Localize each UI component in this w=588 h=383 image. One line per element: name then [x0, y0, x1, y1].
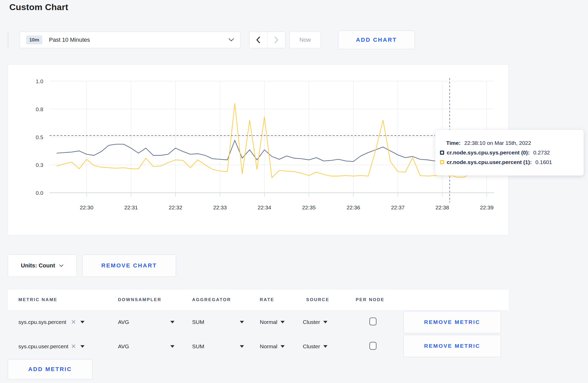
metric-name-value: sys.cpu.user.percent: [18, 343, 68, 350]
column-header-per-node: PER NODE: [356, 297, 384, 302]
per-node-checkbox[interactable]: [369, 342, 376, 350]
time-range-selector[interactable]: 10m Past 10 Minutes: [20, 32, 241, 48]
rate-select[interactable]: Normal: [260, 319, 285, 325]
caret-down-icon[interactable]: [170, 345, 174, 348]
table-row: sys.cpu.sys.percent ✕ AVG SUM Normal Clu…: [8, 310, 509, 334]
caret-down-icon[interactable]: [80, 321, 85, 323]
tooltip-user-label: cr.node.sys.cpu.user.percent (1):: [447, 159, 532, 165]
svg-text:0.0: 0.0: [36, 190, 43, 196]
rate-select[interactable]: Normal: [260, 343, 285, 350]
metrics-table-header: METRIC NAME DOWNSAMPLER AGGREGATOR RATE …: [8, 290, 509, 310]
units-select[interactable]: Units: Count: [8, 254, 77, 277]
caret-down-icon[interactable]: [80, 345, 85, 348]
aggregator-select[interactable]: SUM: [192, 319, 244, 325]
chart-tooltip: Time: 22:38:10 on Mar 15th, 2022 cr.node…: [435, 130, 584, 176]
remove-chart-button[interactable]: REMOVE CHART: [82, 254, 176, 277]
svg-text:22:39: 22:39: [480, 204, 494, 210]
caret-down-icon[interactable]: [240, 321, 244, 323]
caret-down-icon[interactable]: [240, 345, 244, 348]
remove-metric-button[interactable]: REMOVE METRIC: [403, 335, 501, 357]
column-header-downsampler: DOWNSAMPLER: [118, 297, 162, 302]
tooltip-sys-value: 0.2732: [533, 150, 550, 156]
chevron-down-icon: [59, 264, 64, 267]
metric-name-select[interactable]: sys.cpu.user.percent ✕: [18, 343, 85, 350]
svg-text:22:33: 22:33: [213, 204, 227, 210]
caret-down-icon[interactable]: [170, 321, 174, 323]
metric-name-value: sys.cpu.sys.percent: [18, 319, 66, 325]
svg-text:22:38: 22:38: [436, 204, 449, 210]
downsampler-select[interactable]: AVG: [118, 319, 174, 325]
tooltip-sys-label: cr.node.sys.cpu.sys.percent (0):: [447, 150, 530, 156]
downsampler-value: AVG: [118, 319, 129, 325]
clear-metric-icon[interactable]: ✕: [71, 319, 76, 325]
clear-metric-icon[interactable]: ✕: [71, 343, 76, 350]
add-metric-button[interactable]: ADD METRIC: [8, 359, 92, 379]
svg-text:22:37: 22:37: [391, 204, 405, 210]
next-time-button[interactable]: [267, 32, 285, 48]
svg-text:22:31: 22:31: [124, 204, 138, 210]
tooltip-time-label: Time:: [446, 140, 461, 146]
svg-text:22:34: 22:34: [258, 204, 271, 210]
units-label: Units: Count: [21, 262, 55, 269]
downsampler-select[interactable]: AVG: [118, 343, 174, 350]
column-header-aggregator: AGGREGATOR: [192, 297, 231, 302]
column-header-metric-name: METRIC NAME: [18, 297, 58, 302]
caret-down-icon[interactable]: [323, 345, 327, 348]
metrics-chart[interactable]: 22:3022:3122:3222:3322:3422:3522:3622:37…: [8, 65, 508, 235]
table-row: sys.cpu.user.percent ✕ AVG SUM Normal Cl…: [8, 334, 509, 359]
chart-card: 22:3022:3122:3222:3322:3422:3522:3622:37…: [8, 64, 509, 235]
downsampler-value: AVG: [118, 343, 129, 350]
svg-text:0.3: 0.3: [36, 162, 43, 168]
now-button[interactable]: Now: [290, 32, 321, 48]
remove-metric-button[interactable]: REMOVE METRIC: [403, 311, 501, 333]
source-value: Cluster: [303, 319, 320, 325]
chevron-left-icon: [256, 37, 260, 43]
tooltip-series-row: cr.node.sys.cpu.sys.percent (0): 0.2732: [440, 150, 578, 156]
rate-value: Normal: [260, 319, 277, 325]
svg-text:22:35: 22:35: [302, 204, 316, 210]
tooltip-user-value: 0.1601: [535, 159, 552, 165]
metric-name-select[interactable]: sys.cpu.sys.percent ✕: [18, 319, 85, 325]
caret-down-icon[interactable]: [281, 321, 285, 323]
toolbar-divider: [8, 32, 8, 48]
add-chart-button[interactable]: ADD CHART: [338, 31, 415, 49]
svg-text:22:30: 22:30: [80, 204, 94, 210]
page-title: Custom Chart: [9, 2, 68, 12]
svg-text:0.5: 0.5: [36, 134, 43, 140]
column-header-source: SOURCE: [306, 297, 330, 302]
aggregator-select[interactable]: SUM: [192, 343, 244, 350]
rate-value: Normal: [260, 343, 277, 350]
tooltip-time-row: Time: 22:38:10 on Mar 15th, 2022: [440, 140, 578, 146]
svg-text:1.0: 1.0: [36, 78, 43, 84]
time-nav-group: [249, 32, 285, 48]
column-header-rate: RATE: [260, 297, 274, 302]
caret-down-icon[interactable]: [281, 345, 285, 348]
svg-text:0.8: 0.8: [36, 106, 43, 112]
prev-time-button[interactable]: [249, 32, 267, 48]
chevron-right-icon: [274, 37, 278, 43]
svg-text:22:36: 22:36: [347, 204, 360, 210]
aggregator-value: SUM: [192, 343, 204, 350]
svg-text:22:32: 22:32: [169, 204, 183, 210]
tooltip-series-row: cr.node.sys.cpu.user.percent (1): 0.1601: [440, 159, 578, 165]
source-select[interactable]: Cluster: [303, 343, 327, 350]
chevron-down-icon: [228, 38, 234, 42]
tooltip-time-value: 22:38:10 on Mar 15th, 2022: [464, 140, 531, 146]
source-value: Cluster: [303, 343, 320, 350]
time-range-badge: 10m: [26, 36, 42, 44]
per-node-checkbox[interactable]: [369, 318, 376, 325]
sys-series-swatch-icon: [440, 151, 444, 155]
caret-down-icon[interactable]: [323, 321, 327, 323]
source-select[interactable]: Cluster: [303, 319, 327, 325]
user-series-swatch-icon: [440, 160, 444, 164]
time-range-label: Past 10 Minutes: [49, 37, 228, 43]
aggregator-value: SUM: [192, 319, 204, 325]
